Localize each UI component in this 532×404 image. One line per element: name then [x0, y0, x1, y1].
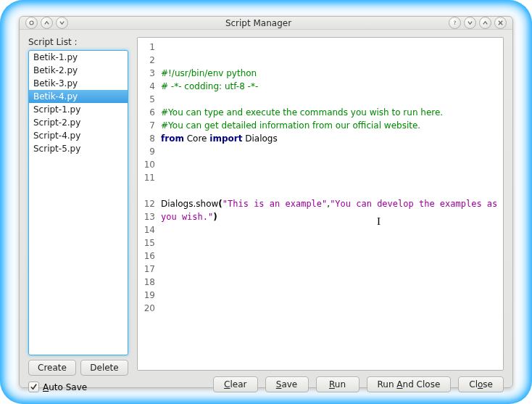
menu-icon[interactable]: [25, 17, 38, 29]
svg-text:?: ?: [454, 20, 457, 26]
script-manager-window: Script Manager ? Script List : Betik-1.p…: [19, 16, 513, 388]
create-button[interactable]: Create: [28, 360, 76, 376]
list-item[interactable]: Betik-4.py: [29, 90, 128, 103]
code-area[interactable]: #!/usr/bin/env python# -*- codding: utf-…: [159, 38, 503, 370]
delete-button[interactable]: Delete: [80, 360, 128, 376]
autosave-label: Auto Save: [43, 382, 87, 392]
clear-button[interactable]: Clear: [213, 376, 257, 392]
list-item[interactable]: Betik-2.py: [29, 64, 128, 77]
script-list[interactable]: Betik-1.pyBetik-2.pyBetik-3.pyBetik-4.py…: [28, 50, 128, 355]
titlebar: Script Manager ?: [20, 17, 512, 30]
maximize-icon[interactable]: [479, 17, 491, 29]
list-item[interactable]: Script-2.py: [29, 116, 128, 129]
line-number-gutter: 1234567891011 121314151617181920: [138, 38, 159, 370]
autosave-checkbox[interactable]: [28, 382, 39, 392]
code-editor[interactable]: 1234567891011 121314151617181920 #!/usr/…: [137, 37, 504, 371]
run-and-close-button[interactable]: Run And Close: [367, 376, 452, 392]
list-item[interactable]: Script-4.py: [29, 129, 128, 142]
save-button[interactable]: Save: [265, 376, 309, 392]
script-list-label: Script List :: [28, 37, 128, 47]
run-button[interactable]: Run: [316, 376, 359, 392]
close-icon[interactable]: [494, 17, 507, 29]
rolldown-icon[interactable]: [56, 17, 68, 29]
list-item[interactable]: Betik-3.py: [29, 77, 128, 90]
help-icon[interactable]: ?: [449, 17, 461, 29]
editor-panel: 1234567891011 121314151617181920 #!/usr/…: [137, 37, 504, 392]
sidebar: Script List : Betik-1.pyBetik-2.pyBetik-…: [28, 37, 128, 392]
svg-point-0: [30, 21, 33, 25]
minimize-icon[interactable]: [464, 17, 476, 29]
rollup-icon[interactable]: [41, 17, 53, 29]
window-title: Script Manager: [68, 18, 449, 28]
close-button[interactable]: Close: [458, 376, 504, 392]
list-item[interactable]: Script-5.py: [29, 142, 128, 155]
list-item[interactable]: Script-1.py: [29, 103, 128, 116]
list-item[interactable]: Betik-1.py: [29, 51, 128, 64]
text-cursor-icon: I: [377, 215, 381, 228]
